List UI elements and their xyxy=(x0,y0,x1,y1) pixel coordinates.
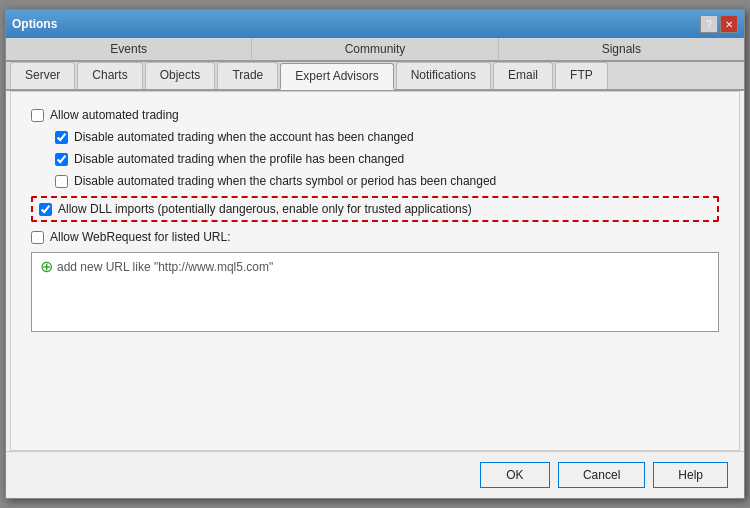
tab-group-events: Events xyxy=(6,38,252,61)
close-button[interactable]: ✕ xyxy=(720,15,738,33)
allow-dll-imports-checkbox[interactable] xyxy=(39,203,52,216)
content-area: Allow automated trading Disable automate… xyxy=(10,91,740,451)
checkbox-row-disable-account: Disable automated trading when the accou… xyxy=(55,130,719,144)
tab-objects[interactable]: Objects xyxy=(145,62,216,89)
ok-button[interactable]: OK xyxy=(480,462,550,488)
tab-events[interactable]: Events xyxy=(6,38,251,61)
checkbox-row-allow-dll: Allow DLL imports (potentially dangerous… xyxy=(31,196,719,222)
disable-profile-changed-label: Disable automated trading when the profi… xyxy=(74,152,404,166)
add-url-icon: ⊕ xyxy=(40,259,53,275)
tab-notifications[interactable]: Notifications xyxy=(396,62,491,89)
footer: OK Cancel Help xyxy=(6,451,744,498)
cancel-button[interactable]: Cancel xyxy=(558,462,645,488)
url-add-row: ⊕ add new URL like "http://www.mql5.com" xyxy=(40,259,710,275)
allow-dll-imports-label: Allow DLL imports (potentially dangerous… xyxy=(58,202,472,216)
disable-chart-symbol-checkbox[interactable] xyxy=(55,175,68,188)
help-footer-button[interactable]: Help xyxy=(653,462,728,488)
tab-trade[interactable]: Trade xyxy=(217,62,278,89)
allow-auto-trading-checkbox[interactable] xyxy=(31,109,44,122)
url-placeholder-text: add new URL like "http://www.mql5.com" xyxy=(57,260,273,274)
checkbox-row-allow-webrequest: Allow WebRequest for listed URL: xyxy=(31,230,719,244)
url-list-box[interactable]: ⊕ add new URL like "http://www.mql5.com" xyxy=(31,252,719,332)
checkbox-row-disable-profile: Disable automated trading when the profi… xyxy=(55,152,719,166)
help-button[interactable]: ? xyxy=(700,15,718,33)
title-bar: Options ? ✕ xyxy=(6,10,744,38)
checkbox-row-allow-auto-trading: Allow automated trading xyxy=(31,108,719,122)
tab-expert-advisors[interactable]: Expert Advisors xyxy=(280,63,393,90)
window-title: Options xyxy=(12,17,57,31)
top-tab-row: Events Community Signals xyxy=(6,38,744,62)
disable-account-changed-label: Disable automated trading when the accou… xyxy=(74,130,414,144)
tab-community[interactable]: Community xyxy=(252,38,497,61)
tab-server[interactable]: Server xyxy=(10,62,75,89)
disable-chart-symbol-label: Disable automated trading when the chart… xyxy=(74,174,496,188)
tab-charts[interactable]: Charts xyxy=(77,62,142,89)
allow-webrequest-label: Allow WebRequest for listed URL: xyxy=(50,230,231,244)
tab-group-signals: Signals xyxy=(499,38,744,61)
tab-group-community: Community xyxy=(252,38,498,61)
tab-ftp[interactable]: FTP xyxy=(555,62,608,89)
sub-tab-row: Server Charts Objects Trade Expert Advis… xyxy=(6,62,744,91)
tab-signals[interactable]: Signals xyxy=(499,38,744,61)
options-window: Options ? ✕ Events Community Signals Ser… xyxy=(5,9,745,499)
disable-profile-changed-checkbox[interactable] xyxy=(55,153,68,166)
tab-email[interactable]: Email xyxy=(493,62,553,89)
allow-auto-trading-label: Allow automated trading xyxy=(50,108,179,122)
title-bar-buttons: ? ✕ xyxy=(700,15,738,33)
checkbox-row-disable-chart: Disable automated trading when the chart… xyxy=(55,174,719,188)
disable-account-changed-checkbox[interactable] xyxy=(55,131,68,144)
allow-webrequest-checkbox[interactable] xyxy=(31,231,44,244)
